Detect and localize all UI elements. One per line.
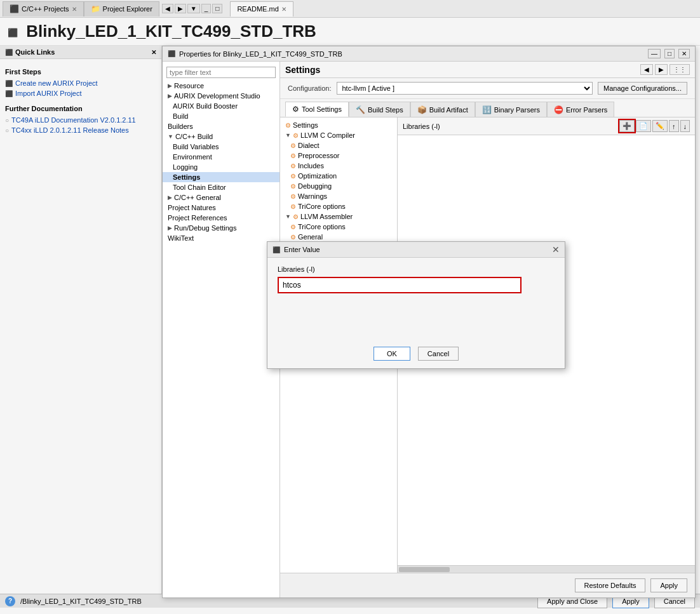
modal-input[interactable]	[279, 278, 520, 292]
tt-optimization[interactable]: ⚙ Optimization	[280, 171, 397, 181]
tree-aurix-booster[interactable]: AURIX Build Booster	[163, 101, 279, 111]
tt-warnings[interactable]: ⚙ Warnings	[280, 191, 397, 201]
menu-button[interactable]: ⋮⋮	[670, 64, 690, 75]
modal-ok-btn[interactable]: OK	[374, 347, 410, 361]
tt-llvm-assembler[interactable]: ▼ ⚙ LLVM Assembler	[280, 211, 397, 222]
tc49a-doc-link[interactable]: ○ TC49A iLLD Documentation V2.0.1.2.11	[5, 115, 156, 125]
cpp-build-expand-icon: ▼	[168, 133, 173, 140]
tree-toolchain[interactable]: Tool Chain Editor	[163, 182, 279, 192]
lib-edit-btn[interactable]: ✏️	[652, 120, 668, 132]
settings-title: Settings	[285, 65, 640, 75]
lib-up-btn[interactable]: ↑	[669, 120, 679, 132]
tree-resource[interactable]: ▶ Resource	[163, 81, 279, 91]
help-icon[interactable]: ?	[5, 596, 15, 606]
tab-error-parsers[interactable]: ⛔ Error Parsers	[547, 102, 614, 117]
dialog-maximize[interactable]: □	[664, 49, 675, 58]
tt-dialect[interactable]: ⚙ Dialect	[280, 140, 397, 150]
forward-button[interactable]: ▶	[655, 64, 668, 75]
llvm-compiler-expand: ▼	[285, 132, 291, 138]
tt-debugging-icon: ⚙	[290, 183, 296, 190]
minimize-btn[interactable]: _	[201, 4, 212, 13]
tree-build[interactable]: Build	[163, 111, 279, 121]
cpp-tab-close[interactable]: ✕	[72, 6, 77, 13]
tt-debugging[interactable]: ⚙ Debugging	[280, 181, 397, 191]
tabs-row: ⚙ Tool Settings 🔨 Build Steps 📦 Build Ar…	[280, 99, 695, 117]
tree-project-refs[interactable]: Project References	[163, 213, 279, 223]
tree-run-debug[interactable]: ▶ Run/Debug Settings	[163, 223, 279, 233]
lib-add-btn[interactable]: ➕	[619, 120, 635, 132]
manage-configs-btn[interactable]: Manage Configurations...	[598, 82, 687, 95]
config-select[interactable]: htc-llvm [ Active ]	[337, 82, 593, 95]
tree-aurix-dev[interactable]: ▶ AURIX Development Studio	[163, 91, 279, 101]
modal-cancel-btn[interactable]: Cancel	[418, 347, 459, 361]
create-project-label: Create new AURIX Project	[15, 79, 98, 87]
logging-label: Logging	[173, 163, 198, 171]
nav-back[interactable]: ◀	[162, 4, 173, 13]
tree-settings[interactable]: Settings	[163, 172, 279, 182]
tt-tricore-asm[interactable]: ⚙ TriCore options	[280, 222, 397, 232]
binary-parsers-icon: 🔢	[482, 105, 492, 114]
settings-header-row: Settings ◀ ▶ ⋮⋮	[280, 62, 695, 78]
create-project-link[interactable]: ⬛ Create new AURIX Project	[5, 78, 156, 88]
tree-cpp-general[interactable]: ▶ C/C++ General	[163, 192, 279, 203]
builders-label: Builders	[168, 123, 193, 130]
readme-tab[interactable]: README.md ✕	[230, 1, 293, 17]
readme-tab-close[interactable]: ✕	[281, 6, 286, 13]
tt-general-asm[interactable]: ⚙ General	[280, 232, 397, 242]
tree-builders[interactable]: Builders	[163, 121, 279, 131]
tt-settings-icon: ⚙	[285, 122, 291, 129]
build-vars-label: Build Variables	[173, 143, 219, 150]
tab-binary-parsers[interactable]: 🔢 Binary Parsers	[475, 102, 547, 117]
tc4xx-doc-label: TC4xx iLLD 2.0.1.2.11 Release Notes	[11, 126, 129, 134]
tt-llvm-compiler[interactable]: ▼ ⚙ LLVM C Compiler	[280, 130, 397, 140]
tree-wikitext[interactable]: WikiText	[163, 233, 279, 243]
tab-build-steps[interactable]: 🔨 Build Steps	[349, 102, 410, 117]
tt-tricore-asm-icon: ⚙	[290, 224, 296, 230]
tree-project-natures[interactable]: Project Natures	[163, 203, 279, 213]
tt-tricore-compiler[interactable]: ⚙ TriCore options	[280, 201, 397, 211]
build-artifact-label: Build Artifact	[429, 106, 468, 114]
back-button[interactable]: ◀	[640, 64, 653, 75]
modal-close-btn[interactable]: ✕	[552, 244, 560, 255]
tree-cpp-build[interactable]: ▼ C/C++ Build	[163, 131, 279, 142]
tree-environment[interactable]: Environment	[163, 152, 279, 162]
create-icon: ⬛	[5, 80, 13, 87]
restore-defaults-btn[interactable]: Restore Defaults	[575, 578, 646, 592]
filter-input[interactable]	[166, 67, 276, 78]
dialog-close[interactable]: ✕	[678, 49, 690, 58]
status-path: /Blinky_LED_1_KIT_TC499_STD_TRB	[20, 597, 142, 605]
import-project-link[interactable]: ⬛ Import AURIX Project	[5, 88, 156, 98]
tc4xx-doc-link[interactable]: ○ TC4xx iLLD 2.0.1.2.11 Release Notes	[5, 125, 156, 135]
tt-general-asm-icon: ⚙	[290, 234, 296, 241]
toolchain-label: Tool Chain Editor	[173, 184, 226, 191]
tt-llvm-asm-icon: ⚙	[293, 213, 299, 220]
lib-add-file-btn[interactable]: 📄	[636, 120, 651, 132]
ide-background: ⬛ C/C++ Projects ✕ 📁 Project Explorer ◀ …	[0, 0, 700, 614]
tree-logging[interactable]: Logging	[163, 162, 279, 172]
quick-links-content: First Steps ⬛ Create new AURIX Project ⬛…	[0, 59, 161, 140]
tt-settings-label: Settings	[293, 121, 318, 129]
apply-settings-btn[interactable]: Apply	[650, 578, 687, 592]
lib-title: Libraries (-l)	[403, 123, 619, 130]
lib-down-btn[interactable]: ↓	[680, 120, 690, 132]
aurix-booster-label: AURIX Build Booster	[173, 102, 238, 110]
nav-forward[interactable]: ▶	[175, 4, 186, 13]
cpp-projects-tab[interactable]: ⬛ C/C++ Projects ✕	[3, 1, 84, 17]
maximize-btn[interactable]: □	[212, 4, 222, 13]
tab-tool-settings[interactable]: ⚙ Tool Settings	[285, 102, 349, 117]
tab-bar: ⬛ C/C++ Projects ✕ 📁 Project Explorer ◀ …	[0, 0, 700, 18]
tab-build-artifact[interactable]: 📦 Build Artifact	[410, 102, 475, 117]
tt-settings[interactable]: ⚙ Settings	[280, 120, 397, 130]
nav-menu[interactable]: ▼	[187, 4, 200, 13]
scrollbar-thumb[interactable]	[399, 567, 450, 572]
tt-preprocessor[interactable]: ⚙ Preprocessor	[280, 150, 397, 161]
config-row: Configuration: htc-llvm [ Active ] Manag…	[280, 78, 695, 99]
horizontal-scrollbar[interactable]	[398, 565, 695, 573]
tree-build-vars[interactable]: Build Variables	[163, 142, 279, 152]
tt-includes[interactable]: ⚙ Includes	[280, 161, 397, 171]
project-explorer-tab[interactable]: 📁 Project Explorer	[84, 1, 159, 17]
pe-icon: 📁	[91, 4, 100, 13]
dialog-minimize[interactable]: —	[648, 49, 661, 58]
project-refs-label: Project References	[168, 214, 227, 222]
quick-links-close[interactable]: ✕	[151, 49, 156, 56]
